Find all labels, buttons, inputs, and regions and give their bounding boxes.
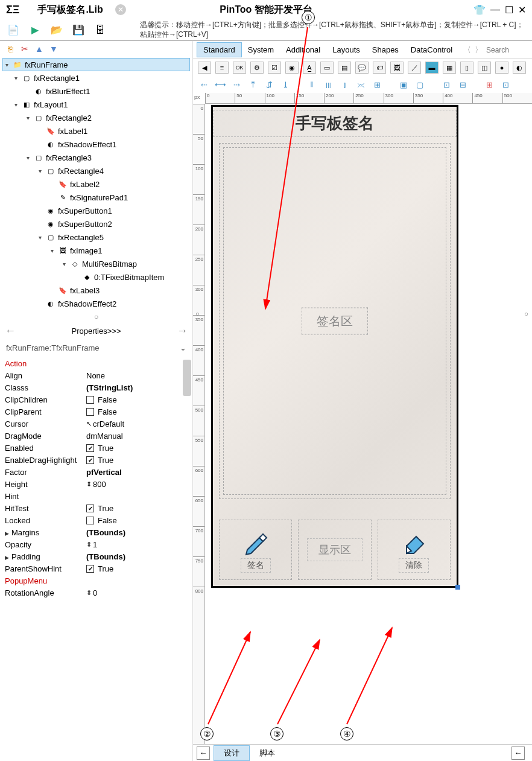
comp-speech-icon[interactable]: 💬 (355, 62, 369, 74)
tab-script[interactable]: 脚本 (250, 746, 285, 760)
comp-check-icon[interactable]: ☑ (268, 62, 281, 74)
bring-front-icon[interactable]: ▣ (397, 78, 410, 91)
tab-prev-icon[interactable]: 〈 (463, 45, 471, 56)
prop-Locked[interactable]: LockedFalse (5, 514, 188, 526)
prop-Hint[interactable]: Hint (5, 490, 188, 502)
comp-menu-icon[interactable]: ≡ (215, 62, 229, 74)
tree-node-fxShadowEffect2[interactable]: ◐fxShadowEffect2 (2, 297, 190, 310)
display-area[interactable]: 显示区 (298, 520, 371, 580)
clear-button[interactable]: 清除 (378, 520, 451, 580)
prop-HitTest[interactable]: HitTest✔True (5, 502, 188, 514)
align-center-h-icon[interactable]: ⟷ (214, 78, 226, 91)
dist-v-icon[interactable]: ⫼ (322, 78, 334, 91)
align-middle-icon[interactable]: ⇵ (263, 78, 275, 91)
tree-cut-icon[interactable]: ✂ (19, 43, 30, 54)
tree-node-fxRectangle4[interactable]: ▾▢fxRectangle4 (2, 164, 190, 177)
send-back-icon[interactable]: ▢ (414, 78, 426, 91)
collapse-left-icon[interactable]: ← (197, 747, 210, 760)
comp-tag-icon[interactable]: 🏷 (373, 62, 386, 74)
prop-Factor[interactable]: FactorpfVertical (5, 466, 188, 478)
comp-label-icon[interactable]: A̲ (303, 62, 316, 74)
tree-up-icon[interactable]: ▲ (34, 43, 45, 54)
prop-Align[interactable]: AlignNone (5, 369, 188, 381)
tree-node-fxRectangle2[interactable]: ▾▢fxRectangle2 (2, 111, 190, 124)
tab-layouts[interactable]: Layouts (326, 43, 366, 57)
prop-Height[interactable]: Height⇕800 (5, 478, 188, 490)
comp-tabs-icon[interactable]: ▦ (443, 62, 456, 74)
component-tree[interactable]: ▾📁fxRunFrame▾▢fxRectangle1◐fxBlurEffect1… (0, 57, 192, 311)
comp-radio-icon[interactable]: ◉ (285, 62, 299, 74)
close-tab-icon[interactable]: ✕ (115, 4, 126, 15)
scrollbar-thumb[interactable] (183, 360, 191, 396)
align-bottom-icon[interactable]: ⤓ (279, 78, 291, 91)
design-area[interactable]: px 050100150200250300350400450500 050100… (193, 93, 532, 744)
shirt-icon[interactable]: 👕 (473, 4, 486, 16)
prop-ClipParent[interactable]: ClipParentFalse (5, 406, 188, 418)
db-button[interactable]: 🗄 (93, 23, 107, 37)
maximize-icon[interactable]: ☐ (505, 4, 513, 16)
prop-RotationAngle[interactable]: RotationAngle⇕0 (5, 587, 188, 599)
prop-Enabled[interactable]: Enabled✔True (5, 442, 188, 454)
ungroup-icon[interactable]: ⊟ (457, 78, 469, 91)
tree-copy-icon[interactable]: ⎘ (5, 43, 16, 54)
prop-Margins[interactable]: Margins(TBounds) (5, 526, 188, 538)
group-icon[interactable]: ⊡ (440, 78, 452, 91)
tab-design[interactable]: 设计 (214, 745, 250, 761)
comp-ok-icon[interactable]: OK (233, 62, 246, 74)
tree-down-icon[interactable]: ▼ (48, 43, 59, 54)
inspector-dropdown-icon[interactable]: ⌄ (180, 343, 186, 352)
comp-image-icon[interactable]: 🖼 (390, 62, 404, 74)
tree-node-fxRunFrame[interactable]: ▾📁fxRunFrame (2, 58, 190, 71)
property-grid[interactable]: ActionAlignNoneClasss(TStringList)ClipCh… (0, 356, 192, 761)
same-size-icon[interactable]: ⊞ (371, 78, 383, 91)
save-button[interactable]: 💾 (71, 23, 86, 37)
same-width-icon[interactable]: ⫿ (338, 78, 350, 91)
tree-node-fxSuperButton1[interactable]: ◉fxSuperButton1 (2, 204, 190, 217)
tree-node-fxImage1[interactable]: ▾🖼fxImage1 (2, 244, 190, 257)
tree-node-fxLayout1[interactable]: ▾◧fxLayout1 (2, 98, 190, 111)
tab-shapes[interactable]: Shapes (366, 43, 405, 57)
tree-node-fxRectangle3[interactable]: ▾▢fxRectangle3 (2, 151, 190, 164)
selection-handle[interactable] (455, 585, 460, 590)
tab-next-icon[interactable]: 〉 (475, 45, 483, 56)
open-button[interactable]: 📂 (49, 23, 64, 37)
prop-Action[interactable]: Action (5, 357, 188, 369)
align-top-icon[interactable]: ⤒ (247, 78, 259, 91)
tab-additional[interactable]: Additional (280, 43, 326, 57)
prop-ClipChildren[interactable]: ClipChildrenFalse (5, 393, 188, 406)
tree-node-0:TFixedBitmapItem[interactable]: ◆0:TFixedBitmapItem (2, 270, 190, 284)
dist-h-icon[interactable]: ⫴ (306, 78, 318, 91)
run-button[interactable]: ▶ (28, 23, 42, 37)
grid-icon[interactable]: ⊞ (483, 78, 495, 91)
tree-node-fxLabel3[interactable]: 🔖fxLabel3 (2, 284, 190, 297)
comp-gear-icon[interactable]: ⚙ (250, 62, 264, 74)
close-icon[interactable]: ✕ (518, 4, 526, 16)
search-input[interactable] (486, 46, 528, 54)
design-canvas[interactable]: 手写板签名 签名区 签名 显示区 清除 (211, 105, 458, 588)
comp-split-icon[interactable]: ◫ (478, 62, 491, 74)
tree-node-fxBlurEffect1[interactable]: ◐fxBlurEffect1 (2, 84, 190, 98)
tree-node-fxLabel2[interactable]: 🔖fxLabel2 (2, 177, 190, 191)
comp-progress-icon[interactable]: ▬ (425, 62, 439, 74)
prev-arrow-icon[interactable]: ← (5, 325, 16, 337)
comp-dot-icon[interactable]: ● (495, 62, 508, 74)
tree-node-fxRectangle5[interactable]: ▾▢fxRectangle5 (2, 231, 190, 244)
arrow-tool-icon[interactable]: ◀ (198, 62, 211, 74)
tree-node-MultiResBitmap[interactable]: ▾◇MultiResBitmap (2, 257, 190, 270)
signature-area[interactable]: 签名区 (219, 143, 451, 499)
prop-DragMode[interactable]: DragModedmManual (5, 430, 188, 442)
prop-Opacity[interactable]: Opacity⇕1 (5, 538, 188, 550)
align-left-icon[interactable]: ⤎ (198, 78, 210, 91)
collapse-right-icon[interactable]: ← (511, 747, 525, 760)
signature-pad[interactable]: 签名区 (223, 147, 446, 495)
tab-datacontrol[interactable]: DataControl (405, 43, 458, 57)
prop-Padding[interactable]: Padding(TBounds) (5, 550, 188, 562)
prop-ParentShowHint[interactable]: ParentShowHint✔True (5, 562, 188, 575)
tab-standard[interactable]: Standard (197, 42, 242, 57)
comp-edit-icon[interactable]: ▭ (320, 62, 334, 74)
tab-system[interactable]: System (242, 43, 280, 57)
next-arrow-icon[interactable]: → (177, 325, 188, 337)
prop-PopupMenu[interactable]: PopupMenu (5, 575, 188, 587)
new-button[interactable]: 📄 (6, 23, 21, 37)
snap-icon[interactable]: ⊡ (499, 78, 511, 91)
